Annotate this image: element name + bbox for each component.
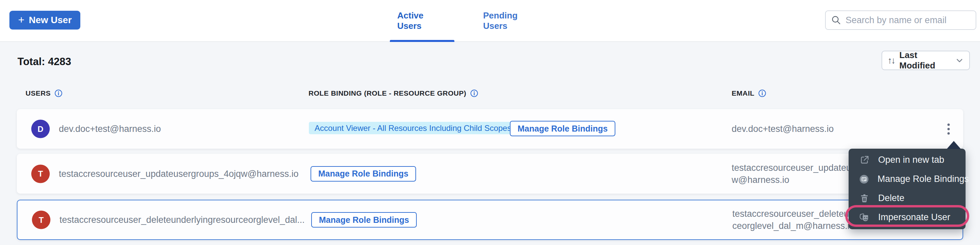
menu-item-label: Open in new tab (878, 155, 944, 165)
info-icon[interactable] (470, 89, 478, 97)
column-header-role-binding: ROLE BINDING (ROLE - RESOURCE GROUP) (309, 89, 478, 97)
column-header-role-binding-label: ROLE BINDING (ROLE - RESOURCE GROUP) (309, 89, 466, 97)
trash-icon (859, 193, 870, 204)
manage-role-bindings-button[interactable]: Manage Role Bindings (510, 121, 616, 136)
manage-role-bindings-button[interactable]: Manage Role Bindings (310, 166, 416, 182)
tab-active-users[interactable]: Active Users (390, 0, 454, 41)
user-name: testaccresourceuser_deleteunderlyingreso… (59, 215, 304, 225)
user-email: dev.doc+test@harness.io (732, 123, 834, 135)
tab-pending-users[interactable]: Pending Users (476, 0, 548, 41)
row-context-menu: Open in new tab Manage Role Bindings Del… (849, 149, 966, 229)
table-row-selected[interactable]: T testaccresourceuser_deleteunderlyingre… (17, 200, 963, 240)
menu-item-label: Impersonate User (878, 212, 950, 223)
column-header-users-label: USERS (25, 89, 51, 97)
menu-item-open-in-new-tab[interactable]: Open in new tab (849, 150, 966, 169)
new-user-button-label: New User (29, 15, 72, 25)
user-name: testaccresourceuser_updateusergroups_4oj… (59, 169, 298, 179)
avatar: T (32, 211, 51, 229)
manage-role-bindings-button[interactable]: Manage Role Bindings (311, 212, 417, 228)
chevron-down-icon (955, 56, 964, 65)
masks-icon (859, 212, 870, 223)
role-bindings-icon (859, 174, 869, 185)
table-row[interactable]: T testaccresourceuser_updateusergroups_4… (17, 154, 963, 194)
column-header-email-label: EMAIL (732, 89, 754, 97)
header-bar: + New User Active Users Pending Users (0, 0, 980, 42)
user-management-page: + New User Active Users Pending Users To… (0, 0, 980, 245)
menu-item-delete[interactable]: Delete (849, 189, 966, 208)
user-name: dev.doc+test@harness.io (59, 124, 161, 134)
new-user-button[interactable]: + New User (10, 11, 80, 30)
info-icon[interactable] (54, 89, 62, 97)
search-input[interactable] (846, 15, 970, 25)
total-count-label: Total: 4283 (18, 56, 71, 68)
table-row[interactable]: D dev.doc+test@harness.io Account Viewer… (17, 109, 963, 149)
menu-caret (947, 141, 961, 149)
external-link-icon (859, 155, 870, 166)
avatar: T (31, 164, 50, 183)
search-icon (831, 15, 841, 25)
plus-icon: + (18, 14, 24, 25)
search-box[interactable] (825, 10, 976, 30)
menu-item-impersonate-user[interactable]: Impersonate User (849, 208, 966, 227)
column-header-users: USERS (25, 89, 62, 97)
menu-item-label: Delete (878, 193, 904, 203)
info-icon[interactable] (758, 89, 766, 97)
menu-item-manage-role-bindings[interactable]: Manage Role Bindings (849, 169, 966, 189)
avatar: D (31, 120, 50, 138)
sort-dropdown[interactable]: ↑↓ Last Modified (881, 51, 970, 70)
row-menu-button[interactable] (942, 120, 955, 138)
sort-arrows-icon: ↑↓ (888, 55, 895, 66)
sort-dropdown-value: Last Modified (899, 50, 950, 71)
menu-item-label: Manage Role Bindings (878, 174, 969, 184)
role-binding-badge[interactable]: Account Viewer - All Resources Including… (309, 122, 517, 134)
tab-bar: Active Users Pending Users (390, 0, 548, 41)
column-header-email: EMAIL (732, 89, 766, 97)
